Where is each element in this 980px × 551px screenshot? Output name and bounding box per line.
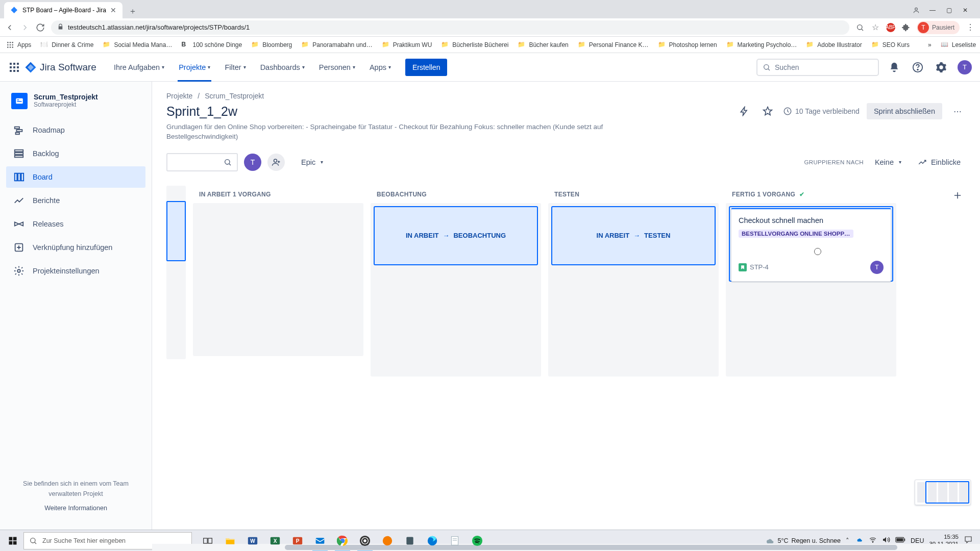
complete-sprint-button[interactable]: Sprint abschließen [867, 103, 942, 119]
notepad-icon[interactable] [444, 530, 465, 552]
maximize-icon[interactable]: ▢ [945, 7, 952, 14]
settings-icon[interactable] [933, 59, 949, 76]
task-view-icon[interactable] [197, 530, 218, 552]
breadcrumb-project[interactable]: Scrum_Testprojekt [205, 92, 264, 100]
spotify-icon[interactable] [467, 530, 488, 552]
add-people-button[interactable] [267, 154, 285, 171]
sidebar-item-roadmap[interactable]: Roadmap [6, 119, 145, 141]
app-switcher-icon[interactable] [8, 61, 20, 73]
bookmark-item[interactable]: 📁Bücherliste Bücherei [441, 41, 508, 49]
word-icon[interactable]: W [242, 530, 263, 552]
overflow-bookmark[interactable]: » [928, 41, 932, 48]
user-avatar[interactable]: T [958, 60, 972, 74]
column-header[interactable]: TESTEN [548, 186, 719, 203]
nav-projects[interactable]: Projekte▾ [174, 53, 215, 82]
sidebar-item-add-link[interactable]: Verknüpfung hinzufügen [6, 237, 145, 258]
column-body[interactable]: Checkout schnell machen BESTELLVORGANG O… [726, 203, 896, 377]
bookmark-item[interactable]: 📁Marketing Psycholo… [726, 41, 797, 49]
nav-your-work[interactable]: Ihre Aufgaben▾ [109, 53, 169, 82]
drop-zone[interactable]: IN ARBEIT → TESTEN [551, 206, 716, 265]
issue-card[interactable]: Checkout schnell machen BESTELLVORGANG O… [731, 208, 891, 282]
more-info-link[interactable]: Weitere Informationen [11, 503, 140, 513]
obs-icon[interactable] [354, 530, 376, 552]
bookmark-item[interactable]: 📁Bloomberg [251, 41, 292, 49]
issue-key[interactable]: STP-4 [750, 263, 769, 271]
bookmark-item[interactable]: 📁SEO Kurs [871, 41, 910, 49]
sidebar-item-backlog[interactable]: Backlog [6, 143, 145, 164]
minimap-viewport[interactable] [925, 481, 969, 504]
bookmark-item[interactable]: 📁Personal Finance K… [578, 41, 649, 49]
tray-chevron-icon[interactable]: ˄ [846, 537, 849, 544]
drop-zone[interactable] [166, 201, 186, 261]
bookmark-item[interactable]: 📁Praktikum WU [382, 41, 432, 49]
star-icon[interactable] [760, 103, 776, 119]
excel-icon[interactable]: X [264, 530, 286, 552]
drop-zone-active[interactable]: Checkout schnell machen BESTELLVORGANG O… [729, 206, 893, 282]
board-minimap[interactable] [915, 480, 971, 505]
battery-icon[interactable] [895, 537, 905, 544]
forward-button[interactable] [20, 23, 30, 32]
bookmark-item[interactable]: 🍽️Dinner & Crime [40, 41, 93, 49]
new-tab-button[interactable]: ＋ [126, 4, 140, 18]
apps-bookmark[interactable]: Apps [6, 41, 31, 49]
column-body[interactable]: IN ARBEIT → BEOBACHTUNG [371, 203, 541, 377]
app-icon[interactable] [377, 530, 398, 552]
bookmark-item[interactable]: 📁Adobe Illustrator [806, 41, 862, 49]
start-button[interactable] [2, 530, 23, 552]
close-window-icon[interactable]: ✕ [962, 7, 969, 14]
browser-tab[interactable]: STP Board – Agile-Board - Jira ✕ [4, 2, 122, 18]
bookmark-item[interactable]: 📁Panoramabahn und… [301, 41, 372, 49]
menu-icon[interactable]: ⋮ [966, 23, 975, 32]
chrome-icon[interactable] [332, 530, 353, 552]
powerpoint-icon[interactable]: P [287, 530, 308, 552]
assignee-avatar[interactable]: T [870, 261, 884, 274]
bookmark-item[interactable]: B100 schöne Dinge [181, 41, 242, 49]
assignee-filter-avatar[interactable]: T [244, 154, 261, 171]
column-header[interactable]: FERTIG 1 VORGANG✔ [726, 186, 896, 203]
column-body[interactable] [193, 203, 363, 356]
nav-dashboards[interactable]: Dashboards▾ [255, 53, 310, 82]
nav-apps[interactable]: Apps▾ [364, 53, 396, 82]
bookmark-item[interactable]: 📁Bücher kaufen [518, 41, 568, 49]
create-button[interactable]: Erstellen [405, 59, 447, 76]
epic-label[interactable]: BESTELLVORGANG ONLINE SHOPP… [739, 230, 853, 238]
column-header[interactable]: IN ARBEIT 1 VORGANG [193, 186, 363, 203]
address-bar[interactable]: testdeutsch1.atlassian.net/jira/software… [51, 20, 849, 35]
explorer-icon[interactable] [219, 530, 241, 552]
sidebar-item-settings[interactable]: Projekteinstellungen [6, 260, 145, 282]
project-header[interactable]: Scrum_Testprojekt Softwareprojekt [6, 93, 145, 118]
jira-logo[interactable]: Jira Software [24, 61, 96, 73]
nav-people[interactable]: Personen▾ [314, 53, 360, 82]
board-search-input[interactable] [166, 153, 238, 171]
bookmark-item[interactable]: 📁Social Media Mana… [103, 41, 172, 49]
zoom-icon[interactable] [855, 23, 865, 32]
account-icon[interactable] [913, 7, 920, 14]
minimize-icon[interactable]: — [929, 7, 936, 14]
readlist-bookmark[interactable]: 📖Leseliste [941, 41, 976, 49]
sidebar-item-board[interactable]: Board [6, 166, 145, 188]
app-icon[interactable] [399, 530, 421, 552]
column-body[interactable]: IN ARBEIT → TESTEN [548, 203, 719, 377]
sidebar-item-releases[interactable]: Releases [6, 213, 145, 235]
profile-chip[interactable]: T Pausiert [917, 21, 960, 34]
column-header[interactable]: BEOBACHTUNG [371, 186, 541, 203]
bookmark-star-icon[interactable]: ☆ [871, 23, 880, 32]
nav-filters[interactable]: Filter▾ [219, 53, 251, 82]
automation-icon[interactable] [736, 103, 752, 119]
sidebar-item-reports[interactable]: Berichte [6, 190, 145, 211]
breadcrumb-root[interactable]: Projekte [166, 92, 192, 100]
more-actions-icon[interactable]: ⋯ [949, 103, 966, 119]
extensions-icon[interactable] [901, 23, 911, 32]
bookmark-item[interactable]: 📁Photoshop lernen [658, 41, 717, 49]
back-button[interactable] [5, 23, 14, 32]
search-input[interactable]: Suchen [756, 59, 879, 76]
adblock-icon[interactable]: ABP [886, 23, 895, 32]
close-icon[interactable]: ✕ [110, 6, 116, 14]
edge-icon[interactable] [422, 530, 443, 552]
mail-icon[interactable] [309, 530, 331, 552]
notifications-icon[interactable] [886, 59, 902, 76]
insights-button[interactable]: Einblicke [913, 155, 966, 170]
epic-filter[interactable]: Epic▾ [296, 155, 328, 169]
help-icon[interactable] [910, 59, 926, 76]
reload-button[interactable] [36, 23, 45, 32]
